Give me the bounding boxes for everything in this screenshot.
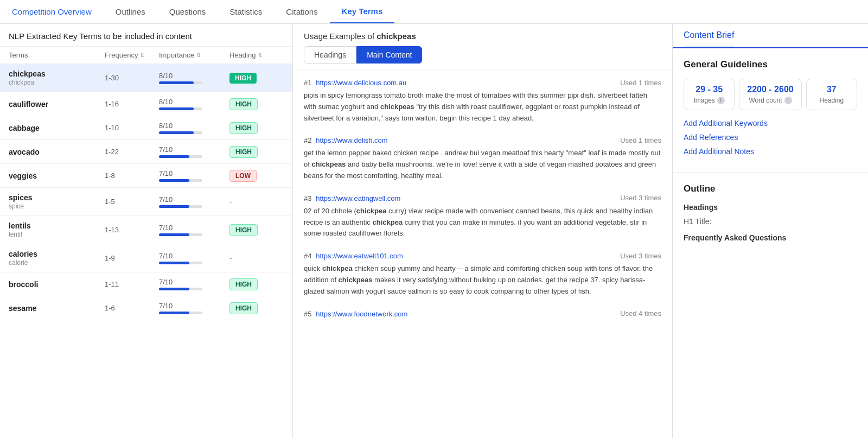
nav-citations[interactable]: Citations <box>274 0 329 23</box>
term-cell: avocado <box>9 148 105 156</box>
stat-card-images: 29 - 35 Images i <box>684 79 735 110</box>
usage-text: quick chickpea chicken soup yummy and he… <box>304 263 661 297</box>
heading-badge: HIGH <box>229 98 284 110</box>
usage-item: #5 https://www.foodnetwork.com Used 4 ti… <box>304 309 661 318</box>
table-row[interactable]: veggies 1-8 7/10 LOW <box>0 164 292 188</box>
add-references-link[interactable]: Add References <box>684 133 857 142</box>
stat-label-heading: Heading <box>820 97 844 104</box>
usage-times: Used 3 times <box>620 194 661 202</box>
freq-cell: 1-6 <box>105 304 159 312</box>
freq-cell: 1-22 <box>105 148 159 156</box>
importance-cell: 7/10 <box>159 302 229 314</box>
importance-cell: 7/10 <box>159 278 229 290</box>
content-brief-tab[interactable]: Content Brief <box>684 24 734 48</box>
table-row[interactable]: lentils lentil 1-13 7/10 HIGH <box>0 216 292 244</box>
usage-url-row: #1 https://www.delicious.com.au Used 1 t… <box>304 78 661 87</box>
importance-cell: 7/10 <box>159 145 229 158</box>
term-cell: lentils lentil <box>9 221 105 238</box>
usage-url[interactable]: https://www.eatwell101.com <box>316 252 403 260</box>
freq-cell: 1-30 <box>105 74 159 82</box>
col-importance[interactable]: Importance ⇅ <box>159 51 229 59</box>
freq-cell: 1-13 <box>105 226 159 234</box>
col-heading[interactable]: Heading ⇅ <box>229 51 284 59</box>
sort-importance-icon: ⇅ <box>196 52 201 58</box>
heading-badge: HIGH <box>229 73 284 84</box>
mid-header: Usage Examples of chickpeas Headings Mai… <box>293 24 672 69</box>
stat-value-heading: 37 <box>827 85 837 94</box>
term-cell: sesame <box>9 304 105 313</box>
freq-cell: 1-5 <box>105 198 159 206</box>
usage-url[interactable]: https://www.delish.com <box>316 136 387 144</box>
col-terms: Terms <box>9 51 105 59</box>
mid-panel: Usage Examples of chickpeas Headings Mai… <box>293 24 673 438</box>
table-row[interactable]: sesame 1-6 7/10 HIGH <box>0 296 292 320</box>
top-nav: Competition Overview Outlines Questions … <box>0 0 868 24</box>
usage-url-row: #3 https://www.eatingwell.com Used 3 tim… <box>304 194 661 202</box>
importance-cell: 7/10 <box>159 252 229 264</box>
heading-badge: HIGH <box>229 122 284 134</box>
toggle-headings[interactable]: Headings <box>304 46 356 64</box>
table-row[interactable]: spices spice 1-5 7/10 - <box>0 188 292 216</box>
table-row[interactable]: calories calorie 1-9 7/10 - <box>0 244 292 272</box>
usage-text: 02 of 20 chhole (chickpea curry) view re… <box>304 206 661 239</box>
nav-outlines[interactable]: Outlines <box>104 0 157 23</box>
usage-keyword: chickpeas <box>376 31 416 41</box>
heading-badge: HIGH <box>229 224 284 236</box>
table-row[interactable]: broccoli 1-11 7/10 HIGH <box>0 272 292 296</box>
usage-num: #5 <box>304 310 311 318</box>
add-additional-keywords-link[interactable]: Add Additional Keywords <box>684 119 857 128</box>
outline-headings-label: Headings <box>684 203 857 212</box>
heading-badge: HIGH <box>229 302 284 314</box>
col-frequency[interactable]: Frequency ⇅ <box>105 51 159 59</box>
mid-content: #1 https://www.delicious.com.au Used 1 t… <box>293 69 672 438</box>
usage-url[interactable]: https://www.delicious.com.au <box>316 79 406 87</box>
usage-times: Used 1 times <box>620 136 661 144</box>
usage-url-row: #2 https://www.delish.com Used 1 times <box>304 136 661 144</box>
left-panel: NLP Extracted Key Terms to be included i… <box>0 24 293 438</box>
heading-badge: HIGH <box>229 278 284 290</box>
usage-url[interactable]: https://www.eatingwell.com <box>316 194 400 202</box>
usage-num: #3 <box>304 194 311 202</box>
info-wordcount-icon[interactable]: i <box>784 97 792 104</box>
usage-num: #4 <box>304 252 311 260</box>
usage-num: #2 <box>304 136 311 144</box>
add-additional-notes-link[interactable]: Add Additional Notes <box>684 147 857 156</box>
nav-questions[interactable]: Questions <box>157 0 218 23</box>
table-row[interactable]: avocado 1-22 7/10 HIGH <box>0 140 292 164</box>
term-cell: broccoli <box>9 280 105 289</box>
toggle-main-content[interactable]: Main Content <box>356 46 422 64</box>
usage-item: #3 https://www.eatingwell.com Used 3 tim… <box>304 194 661 239</box>
term-cell: cabbage <box>9 124 105 132</box>
nav-statistics[interactable]: Statistics <box>218 0 274 23</box>
stat-card-heading: 37 Heading <box>806 79 857 110</box>
stat-label-images: Images <box>693 97 714 104</box>
table-row[interactable]: cauliflower 1-16 8/10 HIGH <box>0 92 292 116</box>
nav-key-terms[interactable]: Key Terms <box>330 0 395 23</box>
usage-num: #1 <box>304 79 311 87</box>
usage-url-row: #4 https://www.eatwell101.com Used 3 tim… <box>304 251 661 260</box>
freq-cell: 1-10 <box>105 124 159 132</box>
stat-value-images: 29 - 35 <box>695 85 723 94</box>
right-tab-header: Content Brief <box>673 24 868 48</box>
importance-cell: 7/10 <box>159 195 229 208</box>
importance-cell: 8/10 <box>159 72 229 84</box>
usage-times: Used 4 times <box>620 309 661 318</box>
table-row[interactable]: chickpeas chickpea 1-30 8/10 HIGH <box>0 64 292 92</box>
heading-badge-dash: - <box>229 254 284 263</box>
nav-competition-overview[interactable]: Competition Overview <box>0 0 104 23</box>
sort-heading-icon: ⇅ <box>258 52 262 58</box>
right-panel: Content Brief General Guidelines 29 - 35… <box>673 24 868 438</box>
term-cell: veggies <box>9 172 105 180</box>
info-images-icon[interactable]: i <box>717 97 725 104</box>
table-header: Terms Frequency ⇅ Importance ⇅ Heading ⇅ <box>0 47 292 64</box>
importance-cell: 8/10 <box>159 98 229 110</box>
table-row[interactable]: cabbage 1-10 8/10 HIGH <box>0 116 292 140</box>
usage-url[interactable]: https://www.foodnetwork.com <box>316 310 407 318</box>
term-cell: cauliflower <box>9 100 105 109</box>
usage-item: #4 https://www.eatwell101.com Used 3 tim… <box>304 251 661 297</box>
importance-cell: 8/10 <box>159 122 229 134</box>
sort-frequency-icon: ⇅ <box>140 52 144 58</box>
terms-table: Terms Frequency ⇅ Importance ⇅ Heading ⇅ <box>0 47 292 438</box>
usage-times: Used 3 times <box>620 252 661 260</box>
general-guidelines-section: General Guidelines 29 - 35 Images i 2200… <box>673 48 868 173</box>
